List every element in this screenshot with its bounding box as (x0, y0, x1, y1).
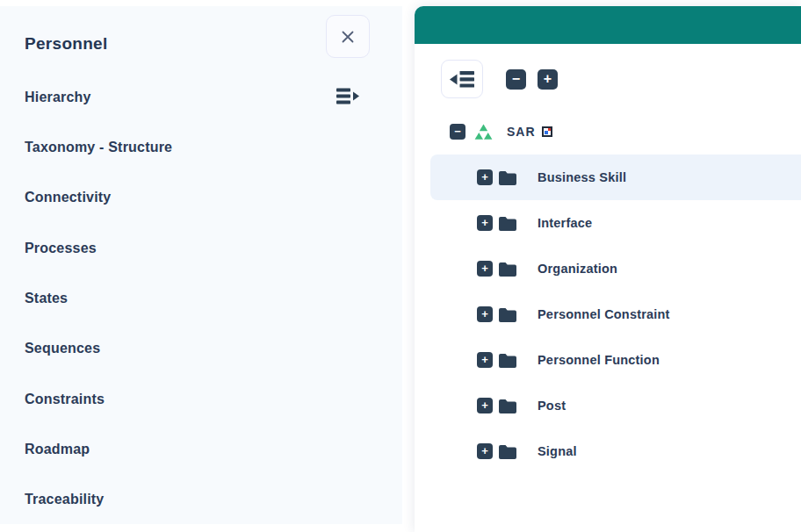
tree: − SAR + (415, 109, 801, 474)
sidebar-item-connectivity[interactable]: Connectivity (25, 188, 379, 207)
tree-node-label: Signal (538, 444, 577, 458)
expand-node-button[interactable]: + (477, 261, 493, 277)
sidebar-item-states[interactable]: States (25, 289, 379, 308)
folder-icon (498, 398, 517, 413)
expand-all-button[interactable]: + (538, 69, 558, 90)
expand-node-button[interactable]: + (477, 215, 493, 231)
tree-node-label: Interface (538, 216, 592, 230)
collapse-all-button[interactable]: − (506, 69, 526, 90)
sidebar-item-taxonomy-structure[interactable]: Taxonomy - Structure (25, 138, 379, 157)
expand-node-button[interactable]: + (477, 169, 493, 185)
folder-icon (498, 169, 517, 185)
expand-node-button[interactable]: + (477, 398, 493, 413)
expand-node-button[interactable]: + (477, 443, 493, 459)
sidebar-item-label: Taxonomy - Structure (25, 140, 172, 155)
sidebar-item-constraints[interactable]: Constraints (25, 390, 379, 409)
sidebar-item-sequences[interactable]: Sequences (25, 339, 379, 358)
page-title: Personnel (25, 34, 108, 54)
sidebar-item-roadmap[interactable]: Roadmap (25, 440, 379, 459)
collapse-tree-panel-button[interactable] (441, 60, 483, 98)
sidebar-item-label: Traceability (25, 492, 104, 507)
tree-node-label: Personnel Constraint (538, 307, 670, 321)
tree-node-signal[interactable]: + Signal (430, 428, 801, 474)
tree-node-label: Business Skill (538, 170, 626, 184)
close-button[interactable] (326, 15, 370, 58)
tree-node-business-skill[interactable]: + Business Skill (430, 155, 801, 200)
app-window: Personnel Hierarchy Taxonomy - S (0, 0, 801, 532)
panel-header-bar (415, 6, 801, 44)
tree-node-personnel-function[interactable]: + Personnel Function (430, 337, 801, 383)
tree-node-sar[interactable]: − SAR (415, 109, 801, 155)
open-panel-icon (336, 88, 360, 108)
folder-icon (498, 352, 517, 368)
tree-node-label: Organization (538, 262, 617, 276)
sidebar-item-label: States (25, 291, 68, 306)
expand-node-button[interactable]: + (477, 352, 493, 368)
expand-node-button[interactable]: + (477, 306, 493, 322)
collapse-node-button[interactable]: − (450, 124, 465, 140)
tree-node-label: Post (538, 399, 566, 413)
tree-node-label: SAR (507, 125, 536, 139)
tree-node-post[interactable]: + Post (430, 383, 801, 428)
sidebar-item-processes[interactable]: Processes (25, 239, 379, 258)
close-icon (338, 27, 357, 47)
sidebar-item-traceability[interactable]: Traceability (25, 490, 379, 509)
tree-node-organization[interactable]: + Organization (430, 246, 801, 291)
sidebar: Personnel Hierarchy Taxonomy - S (0, 6, 402, 524)
collapse-all-icon (449, 70, 475, 89)
folder-icon (498, 443, 517, 459)
diagram-badge-icon (542, 126, 552, 137)
sidebar-item-label: Processes (25, 241, 97, 256)
content-panel: − + − SAR (415, 6, 801, 532)
folder-icon (498, 306, 517, 322)
tree-node-personnel-constraint[interactable]: + Personnel Constraint (430, 291, 801, 337)
sidebar-item-label: Connectivity (25, 190, 111, 205)
folder-icon (498, 261, 517, 277)
sidebar-item-label: Hierarchy (25, 90, 91, 105)
tree-node-interface[interactable]: + Interface (430, 200, 801, 246)
folder-icon (498, 215, 517, 231)
sidebar-item-label: Roadmap (25, 442, 90, 457)
tree-node-label: Personnel Function (538, 353, 660, 367)
sidebar-item-label: Constraints (25, 392, 105, 407)
sidebar-item-label: Sequences (25, 341, 100, 356)
sidebar-item-hierarchy[interactable]: Hierarchy (25, 88, 379, 107)
model-root-icon (474, 124, 493, 140)
